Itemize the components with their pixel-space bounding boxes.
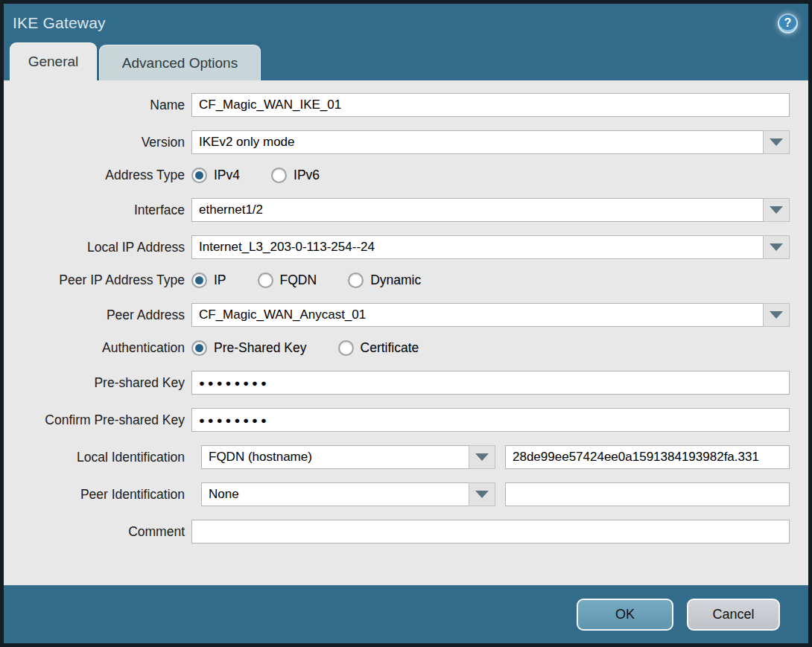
local-ip-address-input[interactable] (191, 235, 763, 259)
peer-address-row: Peer Address (4, 303, 790, 327)
authentication-row: Authentication Pre-Shared Key Certificat… (4, 340, 790, 356)
version-combo (191, 130, 790, 154)
radio-dynamic[interactable]: Dynamic (348, 272, 421, 288)
radio-ip-circle[interactable] (191, 272, 207, 288)
authentication-radio-group: Pre-Shared Key Certificate (191, 340, 450, 356)
ike-gateway-dialog: IKE Gateway ? General Advanced Options N… (0, 0, 812, 647)
local-identification-row: Local Identification (4, 445, 790, 469)
local-ip-address-label: Local IP Address (4, 240, 191, 255)
local-identification-label: Local Identification (4, 450, 191, 465)
peer-identification-value-input[interactable] (505, 482, 790, 506)
confirm-pre-shared-key-label: Confirm Pre-shared Key (4, 412, 191, 428)
radio-ipv6-circle[interactable] (271, 168, 287, 183)
local-ip-address-row: Local IP Address (4, 235, 790, 259)
comment-row: Comment (4, 520, 790, 544)
authentication-label: Authentication (4, 340, 191, 356)
pre-shared-key-label: Pre-shared Key (4, 375, 191, 391)
radio-ipv4-label: IPv4 (214, 168, 240, 183)
interface-input[interactable] (191, 198, 763, 222)
local-ip-address-combo (191, 235, 790, 259)
peer-address-label: Peer Address (4, 307, 191, 323)
version-input[interactable] (191, 130, 763, 154)
chevron-down-icon (770, 206, 783, 214)
peer-identification-dropdown-button[interactable] (469, 482, 495, 506)
peer-ip-address-type-radio-group: IP FQDN Dynamic (191, 272, 452, 288)
name-row: Name (4, 93, 790, 117)
cancel-button[interactable]: Cancel (687, 599, 780, 631)
radio-certificate[interactable]: Certificate (338, 340, 419, 356)
interface-combo (191, 198, 790, 222)
peer-ip-address-type-row: Peer IP Address Type IP FQDN Dynamic (4, 272, 790, 288)
address-type-row: Address Type IPv4 IPv6 (4, 168, 790, 183)
peer-address-dropdown-button[interactable] (763, 303, 790, 327)
name-label: Name (4, 98, 191, 113)
version-dropdown-button[interactable] (763, 130, 790, 154)
radio-ipv6-label: IPv6 (294, 168, 320, 183)
version-row: Version (4, 130, 790, 154)
local-identification-dropdown-button[interactable] (469, 445, 495, 469)
chevron-down-icon (770, 138, 783, 146)
address-type-radio-group: IPv4 IPv6 (191, 168, 351, 183)
interface-label: Interface (4, 203, 191, 218)
peer-identification-row: Peer Identification (4, 482, 790, 506)
confirm-pre-shared-key-input[interactable] (191, 408, 790, 432)
peer-ip-address-type-label: Peer IP Address Type (4, 272, 191, 288)
radio-pre-shared-key-circle[interactable] (191, 340, 207, 356)
radio-certificate-circle[interactable] (338, 340, 354, 356)
local-ip-address-dropdown-button[interactable] (763, 235, 790, 259)
peer-identification-type-input[interactable] (201, 482, 469, 506)
radio-fqdn-circle[interactable] (258, 272, 273, 288)
tab-advanced-options[interactable]: Advanced Options (99, 45, 261, 80)
radio-dynamic-label: Dynamic (370, 272, 421, 288)
interface-row: Interface (4, 198, 790, 222)
local-identification-value-input[interactable] (505, 445, 790, 469)
version-label: Version (4, 135, 191, 150)
radio-ip-label: IP (214, 272, 226, 288)
confirm-pre-shared-key-row: Confirm Pre-shared Key (4, 408, 790, 432)
radio-ipv6[interactable]: IPv6 (271, 168, 320, 183)
radio-ipv4[interactable]: IPv4 (191, 168, 240, 183)
help-icon[interactable]: ? (778, 13, 798, 34)
footer-bar: OK Cancel (4, 585, 808, 643)
peer-identification-type-combo (201, 482, 495, 506)
comment-label: Comment (4, 524, 191, 540)
peer-address-combo (191, 303, 790, 327)
radio-ip[interactable]: IP (191, 272, 226, 288)
radio-pre-shared-key-label: Pre-Shared Key (214, 340, 307, 356)
comment-input[interactable] (191, 520, 790, 544)
name-input[interactable] (191, 93, 790, 117)
radio-fqdn-label: FQDN (280, 272, 317, 288)
radio-dynamic-circle[interactable] (348, 272, 364, 288)
chevron-down-icon (770, 243, 783, 251)
peer-identification-label: Peer Identification (4, 487, 191, 503)
radio-ipv4-circle[interactable] (191, 168, 207, 183)
tab-general[interactable]: General (10, 42, 97, 80)
chevron-down-icon (475, 453, 489, 461)
address-type-label: Address Type (4, 168, 191, 183)
chevron-down-icon (475, 491, 489, 498)
pre-shared-key-row: Pre-shared Key (4, 371, 790, 395)
dialog-title: IKE Gateway (13, 14, 106, 32)
title-bar: IKE Gateway ? (4, 4, 808, 42)
radio-pre-shared-key[interactable]: Pre-Shared Key (191, 340, 307, 356)
chevron-down-icon (770, 311, 783, 319)
peer-address-input[interactable] (191, 303, 763, 327)
ok-button[interactable]: OK (577, 599, 673, 631)
radio-fqdn[interactable]: FQDN (258, 272, 317, 288)
local-identification-type-input[interactable] (201, 445, 469, 469)
local-identification-type-combo (201, 445, 495, 469)
tab-strip: General Advanced Options (4, 42, 808, 80)
interface-dropdown-button[interactable] (763, 198, 790, 222)
radio-certificate-label: Certificate (361, 340, 419, 356)
pre-shared-key-input[interactable] (191, 371, 790, 395)
general-tab-panel: Name Version Address Type IPv4 (4, 80, 808, 585)
